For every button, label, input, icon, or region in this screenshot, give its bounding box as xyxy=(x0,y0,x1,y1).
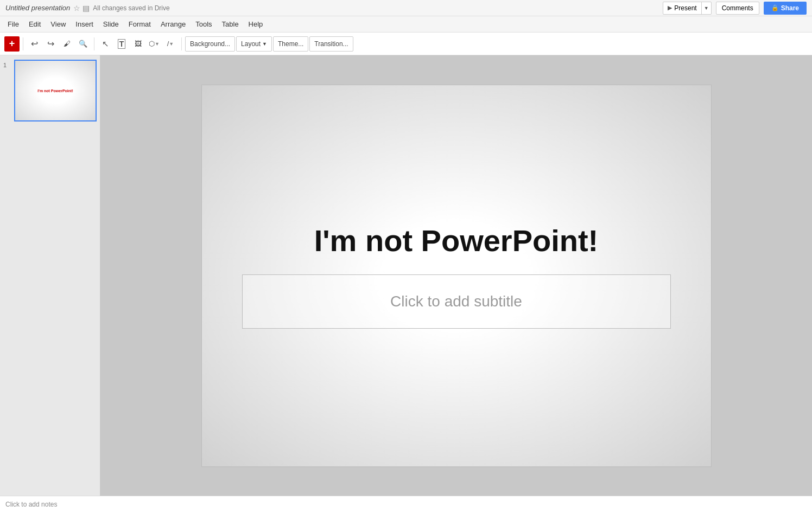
image-tool[interactable]: 🖼 xyxy=(130,36,145,52)
lock-icon: 🔒 xyxy=(771,4,779,11)
shape-icon: ⬡ xyxy=(149,40,155,48)
background-label: Background... xyxy=(190,40,230,48)
menu-edit[interactable]: Edit xyxy=(24,18,45,30)
undo-button[interactable]: ↩ xyxy=(27,36,42,52)
zoom-icon: 🔍 xyxy=(79,40,87,48)
redo-button[interactable]: ↪ xyxy=(43,36,58,52)
layout-button[interactable]: Layout ▼ xyxy=(236,36,272,52)
separator-3 xyxy=(181,37,182,50)
zoom-button[interactable]: 🔍 xyxy=(75,36,91,52)
star-icon[interactable]: ☆ xyxy=(73,4,80,12)
slide-thumbnail-1[interactable]: I'm not PowerPoint! xyxy=(14,60,97,121)
slide-thumb-inner-1: I'm not PowerPoint! xyxy=(15,61,96,120)
notes-text: Click to add notes xyxy=(5,501,57,508)
share-label: Share xyxy=(781,4,799,12)
title-bar: Untitled presentation ☆ ▤ All changes sa… xyxy=(0,0,812,16)
folder-icon[interactable]: ▤ xyxy=(83,4,90,12)
line-tool[interactable]: / ▼ xyxy=(163,36,178,52)
text-icon: T xyxy=(118,39,126,49)
menu-file[interactable]: File xyxy=(3,18,23,30)
slide-canvas[interactable]: I'm not PowerPoint! Click to add subtitl… xyxy=(201,85,712,467)
menu-format[interactable]: Format xyxy=(124,18,155,30)
notes-bar[interactable]: Click to add notes xyxy=(0,496,812,512)
background-button[interactable]: Background... xyxy=(185,36,235,52)
add-button[interactable]: + xyxy=(4,36,20,52)
slide-subtitle-box[interactable]: Click to add subtitle xyxy=(242,274,671,329)
present-dropdown[interactable]: ▼ xyxy=(702,2,711,14)
undo-icon: ↩ xyxy=(31,39,38,49)
select-tool[interactable]: ↖ xyxy=(98,36,113,52)
toolbar: + ↩ ↪ 🖌 🔍 ↖ T 🖼 ⬡ ▼ / ▼ Background... La… xyxy=(0,33,812,55)
theme-label: Theme... xyxy=(278,40,303,48)
title-left: Untitled presentation ☆ ▤ All changes sa… xyxy=(5,4,170,12)
menu-arrange[interactable]: Arrange xyxy=(156,18,190,30)
share-button[interactable]: 🔒 Share xyxy=(764,2,807,15)
layout-label: Layout xyxy=(241,40,261,48)
paint-button[interactable]: 🖌 xyxy=(59,36,74,52)
comments-button[interactable]: Comments xyxy=(716,2,759,15)
menu-view[interactable]: View xyxy=(46,18,70,30)
slide-1-container: 1 I'm not PowerPoint! xyxy=(3,60,97,121)
present-label: Present xyxy=(674,4,696,12)
menu-insert[interactable]: Insert xyxy=(71,18,98,30)
present-main[interactable]: ▶ Present xyxy=(663,2,701,14)
select-icon: ↖ xyxy=(102,39,109,49)
main-area: 1 I'm not PowerPoint! I'm not PowerPoint… xyxy=(0,55,812,496)
theme-button[interactable]: Theme... xyxy=(273,36,308,52)
add-icon: + xyxy=(9,38,15,49)
separator-2 xyxy=(94,37,94,50)
app-title[interactable]: Untitled presentation xyxy=(5,4,70,12)
slide-subtitle-placeholder: Click to add subtitle xyxy=(390,293,522,310)
image-icon: 🖼 xyxy=(135,40,142,48)
redo-icon: ↪ xyxy=(47,39,54,49)
present-button[interactable]: ▶ Present ▼ xyxy=(663,2,711,15)
canvas-area: I'm not PowerPoint! Click to add subtitl… xyxy=(100,55,812,496)
transition-label: Transition... xyxy=(314,40,348,48)
slide-panel: 1 I'm not PowerPoint! xyxy=(0,55,100,496)
menu-slide[interactable]: Slide xyxy=(99,18,123,30)
text-tool[interactable]: T xyxy=(114,36,129,52)
menu-bar: File Edit View Insert Slide Format Arran… xyxy=(0,16,812,33)
title-right: ▶ Present ▼ Comments 🔒 Share xyxy=(663,2,807,15)
menu-tools[interactable]: Tools xyxy=(191,18,216,30)
shape-tool[interactable]: ⬡ ▼ xyxy=(147,36,162,52)
slide-number-1: 1 xyxy=(3,60,11,68)
paint-icon: 🖌 xyxy=(64,40,71,48)
slide-thumb-title-1: I'm not PowerPoint! xyxy=(35,89,75,93)
menu-help[interactable]: Help xyxy=(244,18,268,30)
transition-button[interactable]: Transition... xyxy=(309,36,353,52)
separator-1 xyxy=(23,37,23,50)
slide-title[interactable]: I'm not PowerPoint! xyxy=(314,223,599,258)
saved-status: All changes saved in Drive xyxy=(93,4,169,12)
menu-table[interactable]: Table xyxy=(218,18,243,30)
title-icons: ☆ ▤ xyxy=(73,4,90,12)
